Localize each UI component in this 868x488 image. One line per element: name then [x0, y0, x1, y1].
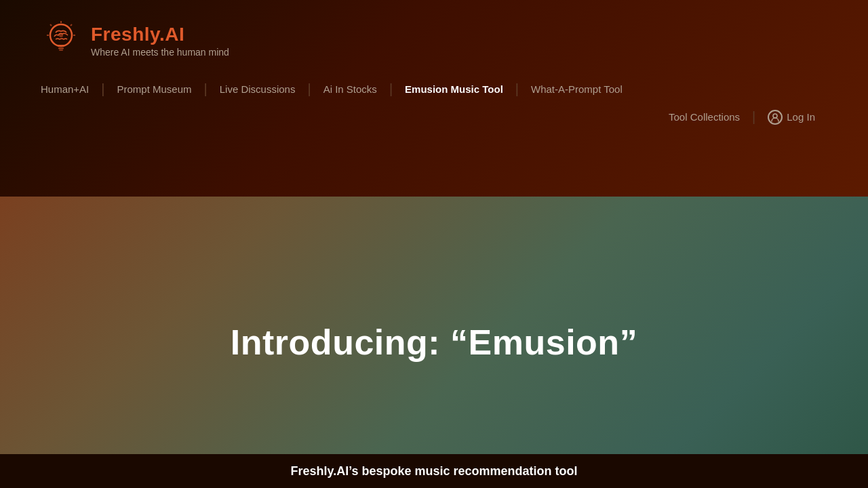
bottom-bar: Freshly.AI’s bespoke music recommendatio…: [0, 454, 868, 488]
login-button[interactable]: Log In: [755, 110, 827, 125]
nav-prompt-museum[interactable]: Prompt Museum: [105, 83, 204, 95]
hero-title: Introducing: “Emusion”: [231, 322, 637, 363]
brand-subtitle: Where AI meets the human mind: [91, 47, 229, 58]
nav-row2: Tool Collections | Log In: [41, 109, 827, 125]
svg-line-5: [71, 24, 72, 26]
svg-rect-3: [59, 49, 63, 51]
svg-rect-2: [58, 47, 64, 49]
brand-title[interactable]: Freshly.AI: [91, 24, 229, 45]
nav-row1: Human+AI | Prompt Museum | Live Discussi…: [41, 81, 827, 97]
logo-text-group: Freshly.AI Where AI meets the human mind: [91, 24, 229, 58]
nav-emusion-music[interactable]: Emusion Music Tool: [393, 83, 515, 95]
nav-live-discussions[interactable]: Live Discussions: [208, 83, 308, 95]
nav-tool-collections[interactable]: Tool Collections: [669, 111, 752, 123]
svg-rect-1: [58, 45, 64, 47]
user-icon: [768, 110, 783, 125]
svg-line-7: [50, 24, 52, 26]
header: Freshly.AI Where AI meets the human mind…: [0, 0, 868, 197]
logo-icon: [41, 20, 81, 61]
login-label: Log In: [787, 111, 815, 123]
hero-section: Introducing: “Emusion” Freshly.AI’s besp…: [0, 197, 868, 488]
svg-point-9: [59, 33, 63, 37]
nav-what-a-prompt[interactable]: What-A-Prompt Tool: [519, 83, 635, 95]
logo-area: Freshly.AI Where AI meets the human mind: [41, 0, 827, 61]
nav-human-ai[interactable]: Human+AI: [41, 83, 101, 95]
nav-ai-stocks[interactable]: Ai In Stocks: [311, 83, 389, 95]
bottom-bar-text: Freshly.AI’s bespoke music recommendatio…: [290, 464, 577, 479]
svg-point-10: [773, 114, 777, 118]
